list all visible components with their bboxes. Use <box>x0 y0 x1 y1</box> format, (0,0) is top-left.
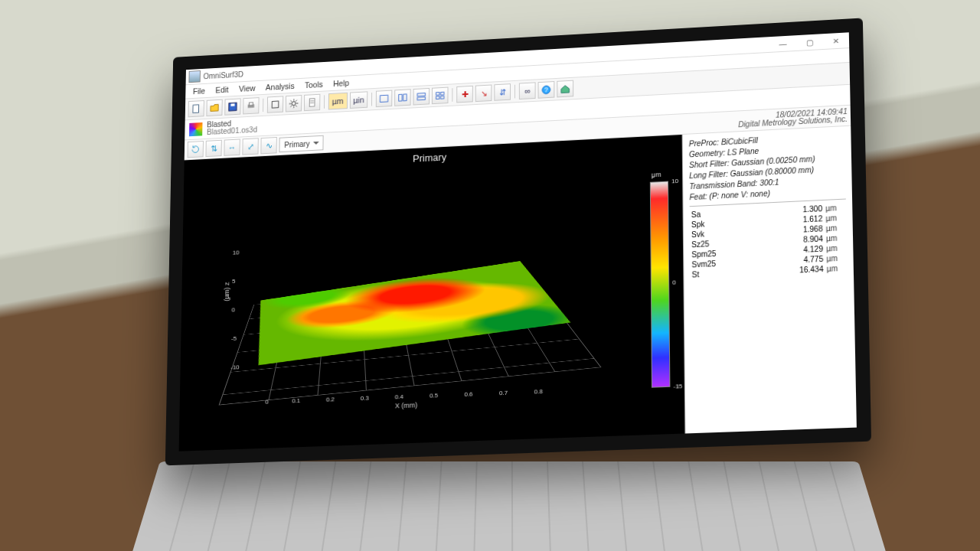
results-panel: PreProc: BiCubicFill Geometry: LS Plane … <box>682 126 857 434</box>
svg-rect-15 <box>436 96 439 99</box>
svg-text:?: ? <box>544 86 548 94</box>
colormap-swatch-icon <box>189 122 202 136</box>
laptop-screen: OmniSurf3D — ▢ ✕ File Edit View Analysis… <box>165 18 871 465</box>
svg-rect-7 <box>309 99 315 107</box>
axis-z-label: (µm) z <box>223 282 230 302</box>
menu-view[interactable]: View <box>234 83 260 94</box>
processing-meta: PreProc: BiCubicFill Geometry: LS Plane … <box>689 131 846 207</box>
tool-red-icon[interactable]: ✚ <box>457 86 474 103</box>
minimize-button[interactable]: — <box>769 36 796 51</box>
param-unit: µm <box>825 253 847 263</box>
document-icon[interactable] <box>304 94 320 111</box>
axis-x-label: X (mm) <box>395 401 417 409</box>
menu-edit[interactable]: Edit <box>211 84 234 96</box>
view-pan-icon[interactable]: ↔ <box>224 139 240 155</box>
param-unit: µm <box>825 223 847 233</box>
menu-analysis[interactable]: Analysis <box>261 80 299 93</box>
param-unit: µm <box>825 233 847 243</box>
surface-type-dropdown[interactable]: Primary <box>279 135 324 152</box>
svg-rect-4 <box>249 103 253 106</box>
svg-rect-2 <box>230 103 234 106</box>
view-rotate-icon[interactable] <box>188 141 204 158</box>
surface-plot: 00.10.20.30.40.50.60.70.8 X (mm) 1050-5-… <box>231 170 590 412</box>
menu-help[interactable]: Help <box>328 77 354 89</box>
main-split: Primary 00.10.20.30.40.50.60.70.8 X (mm)… <box>179 126 857 452</box>
tool-blue-icon[interactable]: ⇵ <box>495 83 511 101</box>
svg-rect-14 <box>441 92 444 95</box>
colorbar-gradient <box>650 181 671 388</box>
laptop-keyboard <box>130 461 889 551</box>
param-name: St <box>690 267 758 280</box>
plot-canvas[interactable]: Primary 00.10.20.30.40.50.60.70.8 X (mm)… <box>179 135 685 452</box>
svg-rect-10 <box>403 94 407 101</box>
crop-icon[interactable] <box>267 96 283 112</box>
app-window: OmniSurf3D — ▢ ✕ File Edit View Analysis… <box>179 32 857 451</box>
svg-rect-5 <box>272 101 279 108</box>
colorbar-min: -15 <box>673 383 682 390</box>
tool-arrow-icon[interactable]: ↘ <box>475 84 492 102</box>
window-title: OmniSurf3D <box>203 70 243 80</box>
svg-rect-9 <box>399 94 402 101</box>
new-icon[interactable] <box>188 100 204 117</box>
param-value: 16.434 <box>759 264 825 277</box>
svg-point-6 <box>292 102 296 106</box>
help-icon[interactable]: ? <box>538 81 555 99</box>
layout-2-icon[interactable] <box>395 89 412 106</box>
view-reset-icon[interactable]: ⤢ <box>242 138 258 155</box>
layout-3-icon[interactable] <box>413 88 430 106</box>
menu-file[interactable]: File <box>188 85 210 96</box>
document-filename: Blasted01.os3d <box>207 126 257 136</box>
unit-um-button[interactable]: µm <box>328 93 348 110</box>
colorbar: µm 10 0 -15 <box>650 181 671 388</box>
settings-icon[interactable] <box>286 95 302 112</box>
layout-4-icon[interactable] <box>432 87 449 105</box>
svg-rect-8 <box>381 95 388 102</box>
param-unit: µm <box>825 263 848 274</box>
open-icon[interactable] <box>206 99 222 116</box>
view-zaxis-icon[interactable]: ⇅ <box>205 140 221 157</box>
svg-rect-11 <box>418 93 426 96</box>
menu-tools[interactable]: Tools <box>300 79 327 90</box>
close-button[interactable]: ✕ <box>822 33 849 48</box>
colorbar-max: 10 <box>671 178 678 184</box>
layout-1-icon[interactable] <box>376 90 393 108</box>
colorbar-unit: µm <box>652 171 662 179</box>
maximize-button[interactable]: ▢ <box>796 34 823 50</box>
svg-rect-16 <box>441 96 444 99</box>
app-icon <box>188 70 200 83</box>
parameter-table: Sa1.300µmSpk1.612µmSvk1.968µmSz258.904µm… <box>690 203 848 280</box>
param-unit: µm <box>824 213 846 223</box>
datetime-company: 18/02/2021 14:09:41 Digital Metrology So… <box>738 108 848 129</box>
svg-rect-12 <box>418 97 426 100</box>
save-icon[interactable] <box>224 98 240 115</box>
view-profile-icon[interactable]: ∿ <box>260 137 276 154</box>
link-icon[interactable]: ∞ <box>519 82 536 99</box>
print-icon[interactable] <box>243 97 259 114</box>
unit-uin-button[interactable]: µin <box>349 91 368 109</box>
colorbar-mid: 0 <box>672 279 676 286</box>
svg-rect-0 <box>193 105 199 113</box>
home-icon[interactable] <box>557 80 574 98</box>
svg-rect-13 <box>436 93 439 96</box>
param-unit: µm <box>825 243 847 253</box>
